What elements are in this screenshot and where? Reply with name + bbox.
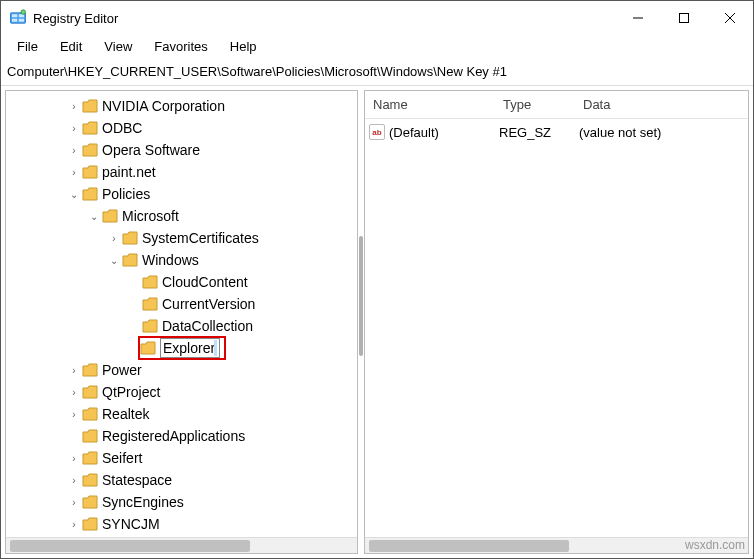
horizontal-scrollbar[interactable] xyxy=(6,537,357,553)
registry-editor-window: Registry Editor File Edit View Favorites… xyxy=(0,0,754,559)
folder-icon xyxy=(140,341,156,355)
list-header: Name Type Data xyxy=(365,91,748,119)
tree-item-label[interactable]: NVIDIA Corporation xyxy=(102,98,225,114)
chevron-right-icon[interactable]: › xyxy=(66,516,82,532)
close-button[interactable] xyxy=(707,1,753,35)
tree-item-label[interactable]: Windows xyxy=(142,252,199,268)
list-body[interactable]: ab (Default) REG_SZ (value not set) xyxy=(365,119,748,537)
chevron-right-icon[interactable]: › xyxy=(66,472,82,488)
content-area: ›NVIDIA Corporation ›ODBC ›Opera Softwar… xyxy=(1,86,753,558)
column-header-name[interactable]: Name xyxy=(365,91,495,118)
folder-icon xyxy=(82,473,98,487)
folder-icon xyxy=(82,99,98,113)
folder-icon xyxy=(122,253,138,267)
tree-item-label[interactable]: paint.net xyxy=(102,164,156,180)
folder-icon xyxy=(82,143,98,157)
folder-icon xyxy=(82,429,98,443)
folder-icon xyxy=(82,363,98,377)
folder-icon xyxy=(102,209,118,223)
chevron-right-icon[interactable]: › xyxy=(66,164,82,180)
menu-favorites[interactable]: Favorites xyxy=(144,37,217,56)
tree-item-label[interactable]: Seifert xyxy=(102,450,142,466)
chevron-right-icon[interactable]: › xyxy=(66,450,82,466)
menu-edit[interactable]: Edit xyxy=(50,37,92,56)
tree-item-label[interactable]: Microsoft xyxy=(122,208,179,224)
column-header-type[interactable]: Type xyxy=(495,91,575,118)
folder-icon xyxy=(122,231,138,245)
tree-item-label[interactable]: SystemCertificates xyxy=(142,230,259,246)
menubar: File Edit View Favorites Help xyxy=(1,35,753,60)
chevron-down-icon[interactable]: ⌄ xyxy=(106,252,122,268)
value-name: (Default) xyxy=(389,125,439,140)
watermark: wsxdn.com xyxy=(685,538,745,552)
folder-icon xyxy=(142,319,158,333)
titlebar: Registry Editor xyxy=(1,1,753,35)
folder-icon xyxy=(82,451,98,465)
folder-icon xyxy=(82,517,98,531)
chevron-right-icon[interactable]: › xyxy=(106,230,122,246)
folder-icon xyxy=(142,275,158,289)
tree-item-label[interactable]: CurrentVersion xyxy=(162,296,255,312)
tree-item-label[interactable]: SYNCJM xyxy=(102,516,160,532)
chevron-down-icon[interactable]: ⌄ xyxy=(86,208,102,224)
chevron-down-icon[interactable]: ⌄ xyxy=(66,186,82,202)
string-value-icon: ab xyxy=(369,124,385,140)
list-row[interactable]: ab (Default) REG_SZ (value not set) xyxy=(369,121,744,143)
maximize-button[interactable] xyxy=(661,1,707,35)
chevron-right-icon[interactable]: › xyxy=(66,142,82,158)
chevron-right-icon[interactable]: › xyxy=(66,494,82,510)
column-header-data[interactable]: Data xyxy=(575,91,748,118)
svg-rect-3 xyxy=(12,19,17,22)
folder-icon xyxy=(82,165,98,179)
chevron-right-icon[interactable]: › xyxy=(66,406,82,422)
folder-icon xyxy=(82,121,98,135)
folder-icon xyxy=(82,187,98,201)
chevron-right-icon[interactable]: › xyxy=(66,98,82,114)
svg-point-5 xyxy=(21,10,26,15)
menu-file[interactable]: File xyxy=(7,37,48,56)
values-list-pane: Name Type Data ab (Default) REG_SZ (valu… xyxy=(364,90,749,554)
splitter[interactable] xyxy=(358,86,364,558)
folder-icon xyxy=(142,297,158,311)
tree-item-label[interactable]: ODBC xyxy=(102,120,142,136)
svg-rect-1 xyxy=(12,14,17,17)
value-data: (value not set) xyxy=(579,125,744,140)
tree-view[interactable]: ›NVIDIA Corporation ›ODBC ›Opera Softwar… xyxy=(6,91,357,537)
tree-item-label[interactable]: SyncEngines xyxy=(102,494,184,510)
svg-rect-2 xyxy=(19,14,24,17)
tree-item-label[interactable]: RegisteredApplications xyxy=(102,428,245,444)
tree-item-label[interactable]: CloudContent xyxy=(162,274,248,290)
tree-item-label[interactable]: Policies xyxy=(102,186,150,202)
window-title: Registry Editor xyxy=(33,11,615,26)
tree-item-label[interactable]: Statespace xyxy=(102,472,172,488)
folder-icon xyxy=(82,385,98,399)
regedit-icon xyxy=(9,9,27,27)
tree-item-label[interactable]: QtProject xyxy=(102,384,160,400)
menu-view[interactable]: View xyxy=(94,37,142,56)
svg-rect-7 xyxy=(680,14,689,23)
chevron-right-icon[interactable]: › xyxy=(66,120,82,136)
value-type: REG_SZ xyxy=(499,125,579,140)
selection-highlight xyxy=(138,336,226,360)
tree-item-label[interactable]: Opera Software xyxy=(102,142,200,158)
address-bar[interactable]: Computer\HKEY_CURRENT_USER\Software\Poli… xyxy=(1,60,753,86)
tree-item-label[interactable]: Power xyxy=(102,362,142,378)
folder-icon xyxy=(82,495,98,509)
tree-pane: ›NVIDIA Corporation ›ODBC ›Opera Softwar… xyxy=(5,90,358,554)
chevron-right-icon[interactable]: › xyxy=(66,362,82,378)
folder-icon xyxy=(82,407,98,421)
svg-rect-4 xyxy=(19,19,24,22)
menu-help[interactable]: Help xyxy=(220,37,267,56)
tree-item-label[interactable]: DataCollection xyxy=(162,318,253,334)
minimize-button[interactable] xyxy=(615,1,661,35)
tree-item-label[interactable]: Realtek xyxy=(102,406,149,422)
chevron-right-icon[interactable]: › xyxy=(66,384,82,400)
rename-input[interactable] xyxy=(160,338,220,358)
